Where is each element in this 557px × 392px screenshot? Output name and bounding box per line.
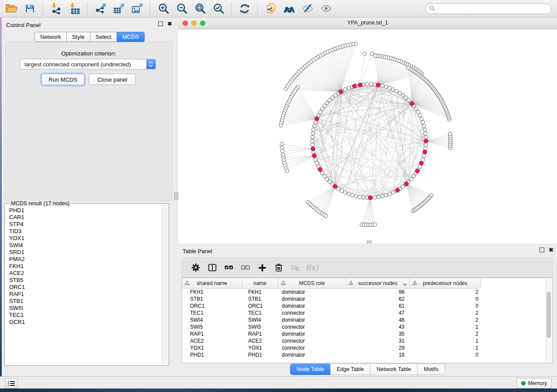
table-scrollbar-thumb[interactable] bbox=[547, 292, 551, 338]
task-history-button[interactable] bbox=[5, 378, 17, 389]
status-bar: Memory bbox=[0, 376, 557, 389]
mcds-result-item[interactable]: CAR1 bbox=[9, 214, 162, 221]
cell-mcds-role: dominator bbox=[278, 331, 346, 337]
memory-button[interactable]: Memory bbox=[516, 378, 552, 389]
column-header-successor-nodes[interactable]: successor nodes bbox=[346, 278, 410, 288]
close-panel-button[interactable]: Close panel bbox=[89, 74, 136, 85]
zoom-out-button[interactable] bbox=[173, 1, 191, 16]
mcds-result-item[interactable]: STB5 bbox=[9, 277, 162, 284]
list-icon bbox=[7, 380, 15, 387]
dropdown-stepper-icon bbox=[146, 59, 156, 69]
table-row[interactable]: RAP1RAP1dominator352 bbox=[182, 330, 552, 337]
mcds-result-item[interactable]: STB1 bbox=[9, 298, 162, 305]
find-button[interactable] bbox=[280, 1, 298, 16]
column-header-name[interactable]: name bbox=[242, 278, 278, 288]
main-toolbar bbox=[0, 0, 557, 17]
add-column-button[interactable] bbox=[254, 259, 270, 276]
tab-style[interactable]: Style bbox=[66, 32, 90, 42]
run-mcds-button[interactable]: Run MCDS bbox=[42, 74, 84, 85]
split-columns-button[interactable] bbox=[204, 259, 221, 276]
mcds-result-item[interactable]: SRD1 bbox=[9, 249, 162, 256]
tab-motifs[interactable]: Motifs bbox=[417, 364, 445, 375]
function-builder-button[interactable]: f(x) bbox=[304, 259, 320, 276]
export-table-button[interactable] bbox=[110, 1, 128, 16]
select-all-checkboxes-button[interactable] bbox=[221, 259, 237, 276]
control-panel-title: Control Panel bbox=[6, 22, 41, 28]
tab-node-table[interactable]: Node Table bbox=[290, 364, 331, 375]
tab-mcds[interactable]: MCDS bbox=[117, 32, 145, 42]
mcds-result-item[interactable]: ORC1 bbox=[9, 284, 162, 291]
import-table-button[interactable] bbox=[65, 1, 83, 16]
table-settings-button[interactable] bbox=[187, 259, 204, 276]
split-columns-icon bbox=[208, 263, 217, 272]
table-panel: Table Panel ✖ f(x) shared namenameMCDS r… bbox=[178, 244, 557, 376]
export-image-button[interactable] bbox=[128, 1, 146, 16]
column-header-shared-name[interactable]: shared name bbox=[182, 278, 242, 288]
import-network-button[interactable] bbox=[47, 1, 65, 16]
table-row[interactable]: FKH1FKH1dominator962 bbox=[182, 289, 552, 296]
table-row[interactable]: ACE2ACE2connector311 bbox=[182, 337, 552, 344]
mcds-result-item[interactable]: TEC1 bbox=[9, 312, 162, 319]
float-panel-icon[interactable] bbox=[158, 21, 163, 26]
float-table-panel-icon[interactable] bbox=[540, 248, 544, 252]
hide-details-button[interactable] bbox=[298, 1, 317, 16]
search-field[interactable] bbox=[425, 3, 552, 14]
cell-shared-name: SWI4 bbox=[182, 317, 242, 323]
table-row[interactable]: TEC1TEC1connector472 bbox=[182, 309, 552, 316]
delete-column-button[interactable] bbox=[270, 259, 287, 276]
table-row[interactable]: STB1STB1dominator620 bbox=[182, 296, 552, 303]
mcds-result-item[interactable]: SWI5 bbox=[9, 305, 162, 312]
new-network-from-selection-button[interactable] bbox=[262, 1, 280, 16]
mcds-result-item[interactable]: PMA2 bbox=[9, 256, 162, 263]
zoom-fit-button[interactable] bbox=[191, 1, 209, 16]
table-row[interactable]: SWI4SWI4dominator462 bbox=[182, 316, 552, 323]
close-table-panel-icon[interactable]: ✖ bbox=[549, 248, 554, 252]
mcds-options-box: Optimization criterion: largest connecte… bbox=[5, 42, 172, 201]
mcds-result-item[interactable]: RAP1 bbox=[9, 291, 162, 298]
column-label: successor nodes bbox=[358, 280, 397, 286]
table-row[interactable]: PHD1PHD1dominator180 bbox=[182, 351, 552, 358]
mcds-result-item[interactable]: PHD1 bbox=[9, 207, 162, 214]
table-row[interactable]: YOX1YOX1connector291 bbox=[182, 344, 552, 351]
column-header-mcds-role[interactable]: MCDS role bbox=[278, 278, 346, 288]
table-scrollbar-track[interactable] bbox=[545, 279, 552, 362]
network-title: YPA_prune.txt_1 bbox=[178, 20, 557, 26]
export-network-button[interactable] bbox=[91, 1, 110, 16]
save-session-button[interactable] bbox=[21, 1, 39, 16]
show-details-button[interactable] bbox=[317, 1, 335, 16]
cell-successor-nodes: 61 bbox=[346, 303, 410, 309]
zoom-fit-icon bbox=[194, 3, 206, 14]
delete-table-button[interactable] bbox=[287, 259, 304, 276]
search-input[interactable] bbox=[436, 5, 542, 12]
network-canvas[interactable] bbox=[178, 29, 557, 244]
find-icon bbox=[283, 3, 295, 14]
mcds-result-item[interactable]: GCR1 bbox=[9, 319, 162, 326]
optimization-criterion-select[interactable]: largest connected component (undirected) bbox=[20, 59, 156, 69]
zoom-selected-button[interactable] bbox=[209, 1, 228, 16]
cell-successor-nodes: 47 bbox=[346, 310, 410, 316]
refresh-layout-button[interactable] bbox=[235, 1, 254, 16]
mcds-result-scrollbar[interactable] bbox=[162, 204, 168, 365]
node-table-header: shared namenameMCDS rolesuccessor nodesp… bbox=[182, 278, 481, 289]
table-row[interactable]: ORC1ORC1dominator610 bbox=[182, 303, 552, 309]
cell-predecessor-nodes: 2 bbox=[410, 310, 481, 316]
deselect-all-checkboxes-button[interactable] bbox=[237, 259, 254, 276]
close-panel-icon[interactable]: ✖ bbox=[167, 21, 172, 26]
mcds-result-item[interactable]: STP4 bbox=[9, 221, 162, 228]
mcds-result-item[interactable]: YOX1 bbox=[9, 235, 162, 242]
tab-network[interactable]: Network bbox=[35, 32, 67, 42]
cell-name: FKH1 bbox=[242, 289, 278, 295]
tab-network-table[interactable]: Network Table bbox=[370, 364, 418, 375]
zoom-in-button[interactable] bbox=[154, 1, 173, 16]
network-vertical-scrollbar-thumb[interactable] bbox=[174, 193, 178, 200]
mcds-result-item[interactable]: ACE2 bbox=[9, 270, 162, 277]
mcds-result-item[interactable]: SWI4 bbox=[9, 242, 162, 249]
column-label: MCDS role bbox=[299, 280, 325, 286]
mcds-result-item[interactable]: FKH1 bbox=[9, 263, 162, 270]
tab-edge-table[interactable]: Edge Table bbox=[330, 364, 370, 375]
column-header-predecessor-nodes[interactable]: predecessor nodes bbox=[410, 278, 481, 288]
open-session-button[interactable] bbox=[2, 1, 21, 16]
table-row[interactable]: SWI5SWI5connector431 bbox=[182, 323, 552, 330]
mcds-result-item[interactable]: TID3 bbox=[9, 228, 162, 235]
tab-select[interactable]: Select bbox=[90, 32, 117, 42]
